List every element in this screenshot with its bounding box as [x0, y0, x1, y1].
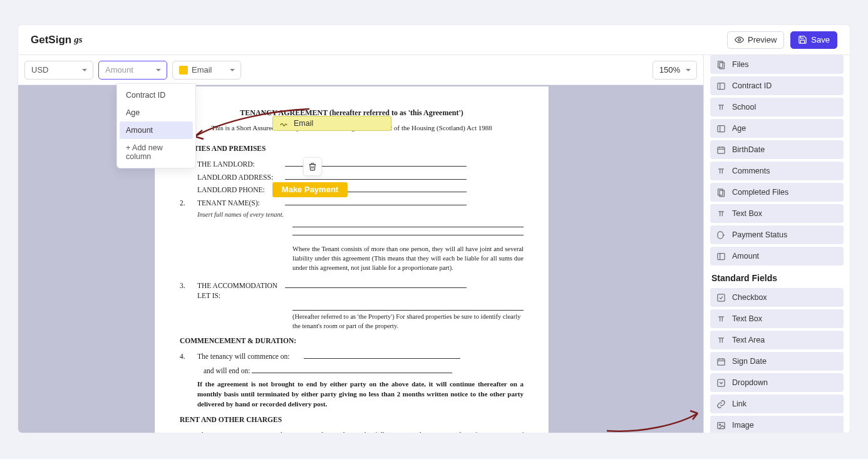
dd-item-contract-id[interactable]: Contract ID [120, 86, 193, 104]
field-text-box[interactable]: Text Box [710, 204, 844, 223]
field-age[interactable]: Age [710, 119, 844, 138]
text-icon [716, 314, 726, 324]
field-comments[interactable]: Comments [710, 162, 844, 180]
drop-icon [716, 378, 726, 388]
field-sign-date[interactable]: Sign Date [710, 352, 844, 371]
field-dropdown[interactable]: Dropdown [710, 373, 844, 392]
dd-item-amount[interactable]: Amount [120, 121, 193, 139]
field-completed-files[interactable]: Completed Files [710, 183, 844, 202]
field-image[interactable]: Image [710, 416, 844, 433]
check-icon [716, 293, 726, 302]
trash-icon [308, 162, 317, 171]
svg-rect-21 [718, 422, 725, 428]
field-text-area[interactable]: Text Area [710, 331, 844, 349]
field-text-box[interactable]: Text Box [710, 309, 844, 328]
svg-rect-13 [718, 253, 725, 259]
delete-chip-button[interactable] [303, 157, 322, 176]
field-school[interactable]: School [710, 98, 844, 116]
dd-add-column[interactable]: + Add new column [120, 139, 193, 165]
amount-select[interactable]: Amount [98, 61, 167, 80]
section-commencement: COMMENCEMENT & DURATION: [180, 336, 524, 346]
brand-suffix: gs [74, 34, 82, 45]
svg-rect-5 [718, 125, 725, 132]
text-icon [716, 336, 726, 345]
field-checkbox[interactable]: Checkbox [710, 288, 844, 307]
zoom-select[interactable]: 150% [653, 61, 697, 80]
tag-icon [716, 230, 726, 240]
currency-select[interactable]: USD [24, 61, 93, 80]
svg-point-0 [738, 39, 741, 41]
text-icon [716, 167, 726, 176]
svg-rect-15 [718, 294, 725, 301]
field-contract-id[interactable]: Contract ID [710, 76, 844, 95]
field-payment-status[interactable]: Payment Status [710, 225, 844, 244]
text-icon [716, 209, 726, 219]
text-icon [716, 103, 726, 112]
email-select[interactable]: Email [172, 61, 241, 80]
id-icon [716, 81, 726, 91]
section-parties: PARTIES AND PREMISES [180, 143, 524, 154]
field-birthdate[interactable]: BirthDate [710, 140, 844, 159]
preview-button[interactable]: Preview [727, 31, 784, 49]
canvas[interactable]: USD Amount Email 150% TENANCY AGREEMENT … [18, 55, 703, 433]
brand-name: GetSign [31, 34, 71, 46]
field-link[interactable]: Link [710, 395, 844, 413]
image-icon [716, 421, 726, 430]
make-payment-chip[interactable]: Make Payment [272, 182, 348, 197]
files-icon [716, 188, 726, 197]
id-icon [716, 124, 726, 133]
date-icon [716, 357, 726, 366]
eye-icon [735, 35, 744, 44]
id-icon [716, 252, 726, 261]
dd-item-age[interactable]: Age [120, 104, 193, 121]
email-swatch [179, 66, 188, 75]
amount-dropdown[interactable]: Contract ID Age Amount + Add new column [116, 83, 196, 168]
document-page: TENANCY AGREEMENT (hereafter referred to… [155, 86, 549, 433]
date-icon [716, 145, 726, 155]
field-files[interactable]: Files [710, 55, 844, 74]
svg-rect-3 [718, 83, 725, 89]
files-icon [716, 60, 726, 70]
save-icon [798, 35, 807, 44]
section-rent: RENT AND OTHER CHARGES [180, 415, 524, 425]
email-field-chip[interactable]: Email [272, 116, 391, 131]
svg-rect-7 [718, 147, 725, 153]
svg-point-22 [719, 424, 721, 426]
signature-icon [279, 119, 288, 128]
svg-rect-20 [718, 379, 725, 386]
field-amount[interactable]: Amount [710, 247, 844, 266]
fields-sidebar: FilesContract IDSchoolAgeBirthDateCommen… [703, 55, 850, 433]
app-header: GetSign gs Preview Save [18, 25, 850, 55]
svg-rect-16 [718, 359, 725, 365]
save-button[interactable]: Save [790, 31, 837, 49]
brand-logo: GetSign gs [31, 34, 83, 46]
link-icon [716, 400, 726, 409]
annotation-arrow-bottom [604, 406, 703, 433]
standard-fields-heading: Standard Fields [711, 273, 844, 283]
